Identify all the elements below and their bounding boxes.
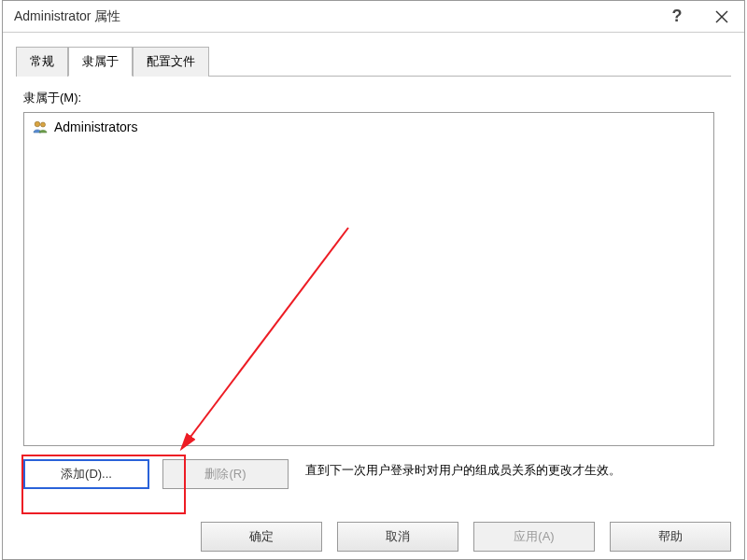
help-icon[interactable]: ? bbox=[655, 1, 699, 33]
list-item[interactable]: Administrators bbox=[28, 117, 710, 137]
list-item-label: Administrators bbox=[54, 119, 137, 134]
tab-strip: 常规 隶属于 配置文件 bbox=[16, 46, 731, 77]
svg-point-2 bbox=[35, 121, 40, 127]
dialog-content: 常规 隶属于 配置文件 隶属于(M): Administrators bbox=[3, 33, 744, 489]
cancel-button[interactable]: 取消 bbox=[337, 522, 458, 552]
ok-button[interactable]: 确定 bbox=[201, 522, 322, 552]
listbox-buttons: 添加(D)... 删除(R) bbox=[23, 459, 289, 489]
window-title: Administrator 属性 bbox=[14, 8, 655, 25]
dialog-buttons: 确定 取消 应用(A) 帮助 bbox=[201, 522, 731, 552]
remove-button: 删除(R) bbox=[162, 459, 289, 489]
memberof-label: 隶属于(M): bbox=[23, 90, 724, 106]
close-icon[interactable] bbox=[699, 1, 744, 33]
tab-memberof[interactable]: 隶属于 bbox=[68, 47, 133, 77]
group-icon bbox=[32, 119, 49, 135]
help-button[interactable]: 帮助 bbox=[610, 522, 731, 552]
svg-point-3 bbox=[41, 122, 46, 127]
tab-profile[interactable]: 配置文件 bbox=[133, 47, 209, 77]
memberof-panel: 隶属于(M): Administrators bbox=[16, 77, 731, 489]
apply-button: 应用(A) bbox=[473, 522, 595, 552]
info-text: 直到下一次用户登录时对用户的组成员关系的更改才生效。 bbox=[305, 459, 724, 480]
add-button[interactable]: 添加(D)... bbox=[23, 459, 149, 489]
groups-listbox[interactable]: Administrators bbox=[23, 112, 714, 446]
titlebar: Administrator 属性 ? bbox=[3, 1, 744, 33]
tab-general[interactable]: 常规 bbox=[16, 47, 68, 77]
below-list-row: 添加(D)... 删除(R) 直到下一次用户登录时对用户的组成员关系的更改才生效… bbox=[23, 459, 724, 489]
properties-dialog: Administrator 属性 ? 常规 隶属于 配置文件 隶属于(M): bbox=[2, 0, 745, 560]
